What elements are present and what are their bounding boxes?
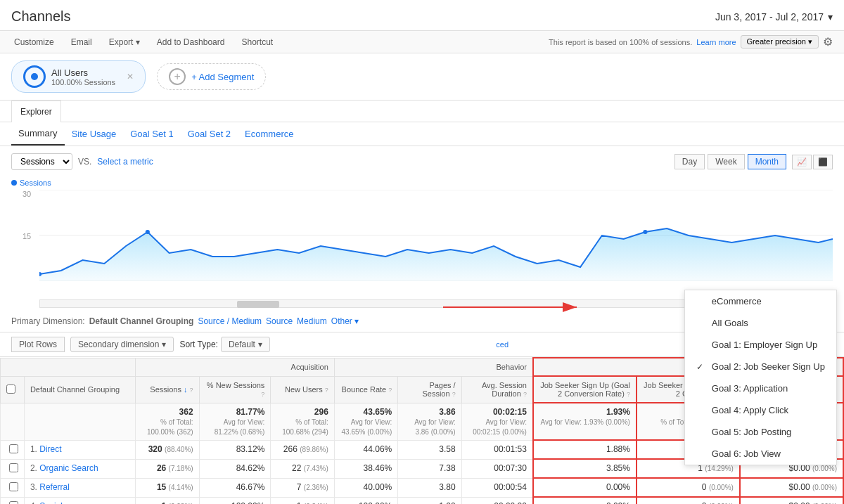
table-row: 3. Referral 15 (4.14%) 46.67% 7 (2.36%) … (1, 478, 844, 497)
add-segment-button[interactable]: + + Add Segment (157, 63, 266, 90)
precision-button[interactable]: Greater precision ▾ (741, 35, 819, 49)
other-link[interactable]: Other ▾ (331, 316, 359, 326)
direct-link[interactable]: Direct (39, 444, 61, 454)
col-conv-rate[interactable]: Job Seeker Sign Up (Goal 2 Conversion Ra… (533, 376, 637, 403)
segment-name: All Users (51, 67, 115, 78)
social-link[interactable]: Social (39, 501, 63, 505)
chart-metric-label: Sessions (11, 179, 833, 187)
date-range[interactable]: Jun 3, 2017 - Jul 2, 2017 ▾ (715, 11, 833, 22)
settings-icon[interactable]: ⚙ (823, 35, 833, 49)
toolbar: Customize Email Export ▾ Add to Dashboar… (0, 31, 844, 53)
svg-point-9 (643, 230, 647, 234)
customize-button[interactable]: Customize (11, 36, 57, 49)
select-metric-link[interactable]: Select a metric (97, 157, 153, 167)
all-users-segment[interactable]: All Users 100.00% Sessions ✕ (11, 60, 146, 93)
sessions-chart: Jun 8 Jun 15 Jun 22 Jun 29 (39, 190, 833, 281)
col-group-acquisition: Acquisition (136, 358, 335, 376)
chart-controls: Sessions VS. Select a metric Day Week Mo… (0, 146, 844, 173)
metric-selector: Sessions VS. Select a metric (11, 153, 153, 170)
secondary-dimension-dropdown[interactable]: Secondary dimension ▾ (70, 337, 174, 352)
goal-dropdown-menu: eCommerce All Goals Goal 1: Employer Sig… (684, 290, 837, 465)
tabs-row: Explorer (0, 101, 844, 122)
precision-arrow-icon: ▾ (808, 37, 812, 46)
tab-site-usage[interactable]: Site Usage (65, 123, 124, 145)
secondary-dim-arrow: ▾ (162, 340, 166, 349)
col-bounce-rate[interactable]: Bounce Rate ? (334, 376, 397, 403)
time-buttons: Day Week Month (674, 154, 786, 169)
tab-goal-set-1[interactable]: Goal Set 1 (123, 123, 180, 145)
explorer-tab[interactable]: Explorer (11, 101, 61, 122)
select-all-checkbox[interactable] (6, 385, 15, 394)
source-link[interactable]: Source (266, 316, 293, 326)
chart-area: Sessions 30 15 Jun 8 Jun 15 Jun 22 Jun 2 (0, 173, 844, 299)
segment-icon (23, 65, 46, 88)
row-3-checkbox[interactable] (9, 482, 18, 491)
vs-label: VS. (78, 157, 91, 167)
y-label-30: 30 (23, 190, 31, 198)
primary-dim-current: Default Channel Grouping (89, 316, 194, 326)
add-dashboard-button[interactable]: Add to Dashboard (154, 36, 228, 49)
segment-bar: All Users 100.00% Sessions ✕ + + Add Seg… (0, 53, 844, 101)
learn-more-link[interactable]: Learn more (696, 38, 736, 46)
segment-close-icon[interactable]: ✕ (127, 72, 134, 82)
advanced-link[interactable]: ced (496, 340, 509, 349)
scroll-thumb[interactable] (237, 301, 279, 308)
month-button[interactable]: Month (748, 154, 786, 169)
date-range-dropdown-arrow: ▾ (828, 11, 833, 22)
col-pct-new-sessions[interactable]: % New Sessions ? (199, 376, 271, 403)
sub-tabs: Summary Site Usage Goal Set 1 Goal Set 2… (0, 122, 844, 146)
line-chart-button[interactable]: 📈 (792, 155, 812, 169)
shortcut-button[interactable]: Shortcut (238, 36, 276, 49)
y-label-15: 15 (23, 232, 31, 240)
source-medium-link[interactable]: Source / Medium (198, 316, 262, 326)
row-1-checkbox[interactable] (9, 444, 18, 453)
dropdown-item-goal6[interactable]: Goal 6: Job View (685, 443, 836, 465)
add-circle-icon: + (169, 68, 186, 85)
segment-pct: 100.00% Sessions (51, 78, 115, 86)
dropdown-item-ecommerce[interactable]: eCommerce (685, 290, 836, 312)
page-title: Channels (11, 8, 71, 25)
toolbar-left: Customize Email Export ▾ Add to Dashboar… (11, 36, 276, 49)
sort-type-selector: Sort Type: Default ▾ (179, 337, 270, 352)
referral-link[interactable]: Referral (39, 482, 70, 492)
dropdown-item-goal3[interactable]: Goal 3: Application (685, 377, 836, 399)
col-default-channel: Default Channel Grouping (24, 376, 135, 403)
tab-summary[interactable]: Summary (11, 122, 65, 146)
sessions-metric-dropdown[interactable]: Sessions (11, 153, 72, 170)
dropdown-item-goal1[interactable]: Goal 1: Employer Sign Up (685, 334, 836, 356)
day-button[interactable]: Day (674, 154, 705, 169)
organic-search-link[interactable]: Organic Search (39, 463, 98, 473)
sort-type-dropdown[interactable]: Default ▾ (221, 337, 270, 352)
tab-ecommerce[interactable]: Ecommerce (238, 123, 300, 145)
dropdown-item-all-goals[interactable]: All Goals (685, 312, 836, 334)
col-pages-session[interactable]: Pages / Session ? (398, 376, 461, 403)
page-header: Channels Jun 3, 2017 - Jul 2, 2017 ▾ (0, 0, 844, 31)
bar-chart-button[interactable]: ⬛ (813, 155, 833, 169)
table-row: 4. Social 1 (0.28%) 100.00% 1 (0.34%) 10… (1, 497, 844, 504)
dropdown-item-goal4[interactable]: Goal 4: Apply Click (685, 399, 836, 421)
toolbar-right: This report is based on 100% of sessions… (549, 35, 833, 49)
dropdown-item-goal5[interactable]: Goal 5: Job Posting (685, 421, 836, 443)
row-2-checkbox[interactable] (9, 463, 18, 472)
export-button[interactable]: Export ▾ (106, 36, 143, 49)
col-new-users[interactable]: New Users ? (271, 376, 334, 403)
export-arrow-icon: ▾ (136, 37, 140, 47)
col-group-channel (1, 358, 136, 376)
red-arrow (436, 297, 591, 320)
dropdown-item-goal2[interactable]: ✓ Goal 2: Job Seeker Sign Up (685, 356, 836, 377)
svg-point-8 (146, 230, 150, 234)
col-avg-duration[interactable]: Avg. Session Duration ? (461, 376, 533, 403)
row-4-checkbox[interactable] (9, 501, 18, 505)
col-sessions[interactable]: Sessions ↓ ? (136, 376, 199, 403)
plot-rows-button[interactable]: Plot Rows (11, 337, 65, 352)
medium-link[interactable]: Medium (297, 316, 327, 326)
tab-goal-set-2[interactable]: Goal Set 2 (181, 123, 238, 145)
col-group-behavior: Behavior (334, 358, 533, 376)
email-button[interactable]: Email (68, 36, 95, 49)
chart-type-buttons: 📈 ⬛ (792, 155, 833, 169)
week-button[interactable]: Week (708, 154, 744, 169)
